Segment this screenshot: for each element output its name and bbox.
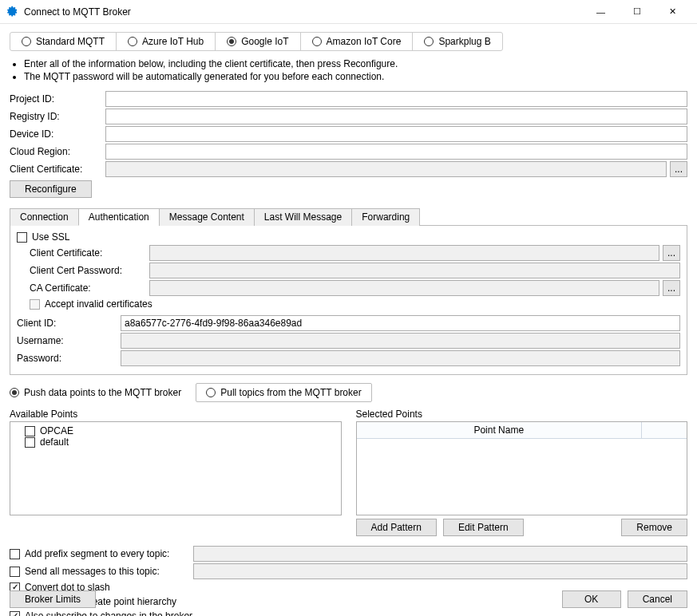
available-points-tree[interactable]: OPCAE default xyxy=(10,421,342,515)
username-input[interactable] xyxy=(121,333,680,349)
radio-icon xyxy=(128,37,137,46)
cancel-button[interactable]: Cancel xyxy=(628,590,687,608)
gear-icon xyxy=(6,6,19,18)
ssl-ca-cert-label: CA Certificate: xyxy=(30,282,149,294)
tab-message-content[interactable]: Message Content xyxy=(159,208,255,226)
authentication-panel: Use SSL Client Certificate: ... Client C… xyxy=(10,226,687,375)
add-prefix-checkbox[interactable] xyxy=(10,549,20,559)
registry-id-input[interactable] xyxy=(105,109,687,124)
registry-id-label: Registry ID: xyxy=(10,111,105,122)
remove-button[interactable]: Remove xyxy=(621,519,687,536)
device-id-label: Device ID: xyxy=(10,128,105,140)
tab-authentication[interactable]: Authentication xyxy=(78,208,160,226)
mode-pull[interactable]: Pull topics from the MQTT broker xyxy=(196,383,372,402)
radio-icon xyxy=(312,37,322,46)
available-points-title: Available Points xyxy=(10,409,342,420)
browse-client-cert-button[interactable]: ... xyxy=(670,161,687,177)
browse-ssl-client-cert-button[interactable]: ... xyxy=(663,245,680,261)
radio-icon xyxy=(10,388,19,397)
project-id-label: Project ID: xyxy=(10,93,105,105)
tab-last-will[interactable]: Last Will Message xyxy=(254,208,352,226)
edit-pattern-button[interactable]: Edit Pattern xyxy=(443,519,524,536)
tab-connection[interactable]: Connection xyxy=(10,208,79,226)
also-subscribe-checkbox[interactable] xyxy=(10,611,20,617)
tab-azure-iot[interactable]: Azure IoT Hub xyxy=(117,33,216,50)
ssl-ca-cert-input[interactable] xyxy=(149,280,659,296)
add-prefix-input[interactable] xyxy=(193,546,687,562)
tree-item[interactable]: OPCAE xyxy=(14,425,338,436)
tab-forwarding[interactable]: Forwarding xyxy=(351,208,420,226)
tab-amazon-iot[interactable]: Amazon IoT Core xyxy=(301,33,414,50)
tab-sparkplug-b[interactable]: Sparkplug B xyxy=(413,33,501,50)
ssl-client-cert-input[interactable] xyxy=(149,245,659,261)
client-certificate-input[interactable] xyxy=(105,161,667,177)
ssl-client-cert-pw-label: Client Cert Password: xyxy=(30,265,149,276)
tab-standard-mqtt[interactable]: Standard MQTT xyxy=(10,33,117,50)
minimize-button[interactable]: — xyxy=(583,1,619,23)
tab-google-iot[interactable]: Google IoT xyxy=(216,33,300,50)
tree-checkbox[interactable] xyxy=(25,426,35,436)
radio-icon xyxy=(424,37,434,46)
col-point-name[interactable]: Point Name xyxy=(357,422,643,438)
broker-type-tabs: Standard MQTT Azure IoT Hub Google IoT A… xyxy=(10,32,503,51)
maximize-button[interactable]: ☐ xyxy=(619,1,655,23)
info-text: Enter all of the information below, incl… xyxy=(11,57,687,83)
reconfigure-button[interactable]: Reconfigure xyxy=(10,180,92,198)
selected-points-table[interactable]: Point Name xyxy=(356,421,688,515)
cloud-region-label: Cloud Region: xyxy=(10,146,105,157)
radio-icon xyxy=(206,388,216,397)
browse-ssl-ca-cert-button[interactable]: ... xyxy=(663,280,680,296)
device-id-input[interactable] xyxy=(105,126,687,142)
client-id-input[interactable] xyxy=(121,315,680,331)
table-header: Point Name xyxy=(357,422,687,439)
col-spare xyxy=(642,422,687,438)
window-title: Connect to MQTT Broker xyxy=(24,6,583,18)
accept-invalid-cert-checkbox[interactable] xyxy=(30,299,40,310)
password-input[interactable] xyxy=(121,350,680,366)
ssl-client-cert-pw-input[interactable] xyxy=(149,263,680,278)
tree-checkbox[interactable] xyxy=(25,437,35,448)
password-label: Password: xyxy=(17,353,121,364)
add-pattern-button[interactable]: Add Pattern xyxy=(356,519,437,536)
selected-points-title: Selected Points xyxy=(356,409,688,420)
client-certificate-label: Client Certificate: xyxy=(10,164,105,175)
settings-tab-strip: Connection Authentication Message Conten… xyxy=(10,207,687,226)
close-button[interactable]: ✕ xyxy=(655,1,691,23)
ok-button[interactable]: OK xyxy=(562,590,621,608)
broker-limits-button[interactable]: Broker Limits xyxy=(10,590,96,608)
radio-icon xyxy=(22,37,31,46)
use-ssl-checkbox[interactable] xyxy=(17,232,27,243)
ssl-client-cert-label: Client Certificate: xyxy=(30,247,149,259)
titlebar: Connect to MQTT Broker — ☐ ✕ xyxy=(0,0,697,24)
send-all-checkbox[interactable] xyxy=(10,567,20,577)
client-id-label: Client ID: xyxy=(17,318,121,329)
tree-item[interactable]: default xyxy=(14,436,338,448)
cloud-region-input[interactable] xyxy=(105,144,687,160)
username-label: Username: xyxy=(17,335,121,346)
send-all-input[interactable] xyxy=(193,563,687,579)
radio-icon xyxy=(227,37,236,46)
project-id-input[interactable] xyxy=(105,91,687,107)
mode-push[interactable]: Push data points to the MQTT broker xyxy=(10,384,191,401)
